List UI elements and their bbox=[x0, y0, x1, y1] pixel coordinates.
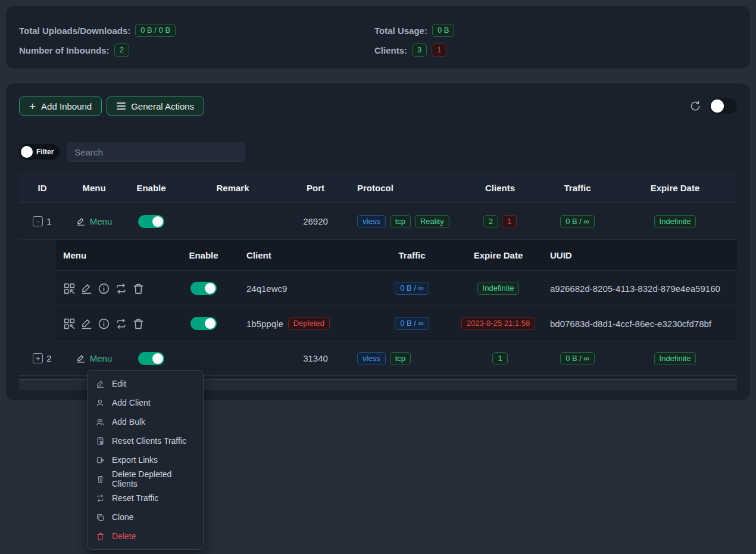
inbound-1-enable-cell bbox=[123, 215, 180, 228]
stats-right-column: Total Usage: 0 B Clients: 3 1 bbox=[374, 24, 737, 69]
clients-depleted-count: 1 bbox=[432, 43, 446, 57]
inbound-2-protocol-cell: vless tcp bbox=[345, 352, 458, 365]
menu-item-edit[interactable]: Edit bbox=[88, 374, 203, 393]
edit-pencil-icon[interactable] bbox=[80, 318, 93, 330]
client-2-uuid: bd07683d-d8d1-4ccf-86ec-e3230cfd78bf bbox=[543, 319, 750, 329]
protocol-tag-vless: vless bbox=[357, 352, 386, 365]
inbound-1-clients-depleted: 1 bbox=[502, 215, 517, 228]
total-usage: Total Usage: 0 B bbox=[374, 24, 737, 37]
inbound-1-menu-cell: Menu bbox=[65, 216, 123, 226]
menu-item-label: Reset Traffic bbox=[112, 493, 158, 503]
client-2-enable-toggle[interactable] bbox=[190, 317, 217, 330]
qr-code-icon[interactable] bbox=[63, 282, 76, 295]
stats-left-column: Total Uploads/Downloads: 0 B / 0 B Numbe… bbox=[19, 24, 374, 69]
client-1-enable-toggle[interactable] bbox=[190, 282, 217, 295]
inbound-2-menu-link[interactable]: Menu bbox=[76, 353, 113, 363]
menu-item-delete-depleted-clients[interactable]: Delete Depleted Clients bbox=[88, 469, 203, 488]
menu-item-add-client[interactable]: Add Client bbox=[88, 393, 203, 412]
menu-item-delete[interactable]: Delete bbox=[88, 527, 203, 546]
inbounds-card: + Add Inbound General Actions Filter ID … bbox=[6, 83, 750, 400]
menu-item-label: Add Client bbox=[112, 398, 151, 407]
trash-icon[interactable] bbox=[132, 282, 145, 295]
inbound-2-traffic-cell: 0 B / ∞ bbox=[542, 352, 613, 365]
inbound-1-port: 26920 bbox=[286, 216, 345, 226]
client-1-uuid: a926682d-8205-4113-832d-879e4ea59160 bbox=[543, 284, 750, 294]
menu-item-reset-clients-traffic[interactable]: Reset Clients Traffic bbox=[88, 431, 203, 450]
edit-pencil-icon bbox=[96, 379, 105, 388]
expand-row-button[interactable]: + bbox=[33, 353, 43, 363]
inbound-2-id: 2 bbox=[46, 353, 51, 363]
client-header-traffic: Traffic bbox=[370, 250, 454, 260]
info-circle-icon[interactable] bbox=[98, 282, 110, 295]
total-usage-value: 0 B bbox=[432, 24, 455, 37]
reset-traffic-icon[interactable] bbox=[115, 282, 127, 295]
menu-item-label: Reset Clients Traffic bbox=[112, 436, 186, 446]
number-of-inbounds-value: 2 bbox=[114, 43, 129, 57]
info-circle-icon[interactable] bbox=[98, 318, 110, 330]
client-row-1: 24q1ewc9 0 B / ∞ Indefinite a926682d-820… bbox=[56, 271, 737, 306]
client-2-expire: 2023-8-25 21:1:58 bbox=[461, 317, 535, 330]
total-uploads-downloads-value: 0 B / 0 B bbox=[135, 24, 176, 37]
trash-users-icon bbox=[96, 475, 105, 484]
filter-toggle-knob bbox=[21, 146, 33, 158]
header-protocol: Protocol bbox=[345, 183, 458, 193]
client-2-name-cell: 1b5ppqle Depleted bbox=[239, 317, 370, 330]
inbound-1-enable-toggle[interactable] bbox=[138, 215, 164, 228]
inbound-1-protocol-cell: vless tcp Reality bbox=[345, 215, 458, 228]
client-1-expire-cell: Indefinite bbox=[454, 282, 543, 295]
protocol-tag-vless: vless bbox=[357, 215, 386, 228]
inbound-2-expire-cell: Indefinite bbox=[613, 352, 737, 365]
inbounds-table: ID Menu Enable Remark Port Protocol Clie… bbox=[19, 173, 737, 390]
client-1-traffic-cell: 0 B / ∞ bbox=[370, 282, 454, 295]
inbound-2-enable-toggle[interactable] bbox=[138, 352, 164, 365]
collapse-row-button[interactable]: - bbox=[33, 216, 43, 226]
client-header-enable: Enable bbox=[168, 250, 239, 260]
general-actions-button[interactable]: General Actions bbox=[107, 97, 204, 116]
clients-stat: Clients: 3 1 bbox=[374, 43, 737, 57]
client-2-enable-cell bbox=[168, 317, 239, 330]
menu-item-reset-traffic[interactable]: Reset Traffic bbox=[88, 488, 203, 508]
export-icon bbox=[96, 456, 105, 465]
menu-item-label: Edit bbox=[112, 379, 126, 388]
protocol-tag-tcp: tcp bbox=[390, 215, 411, 228]
client-1-enable-cell bbox=[168, 282, 239, 295]
add-inbound-button[interactable]: + Add Inbound bbox=[19, 97, 102, 116]
edit-pencil-icon[interactable] bbox=[80, 282, 93, 295]
plus-icon: + bbox=[29, 101, 36, 112]
inbound-2-id-cell: + 2 bbox=[19, 353, 65, 363]
menu-item-export-links[interactable]: Export Links bbox=[88, 450, 203, 469]
inbound-context-menu: Edit Add Client Add Bulk Reset Clients T… bbox=[87, 370, 204, 550]
client-1-actions bbox=[56, 282, 168, 295]
edit-pencil-icon bbox=[76, 217, 86, 226]
menu-item-add-bulk[interactable]: Add Bulk bbox=[88, 412, 203, 431]
inbound-1-id: 1 bbox=[46, 216, 51, 226]
inbound-1-menu-link[interactable]: Menu bbox=[76, 216, 113, 226]
header-id: ID bbox=[19, 183, 65, 193]
inbound-row-1: - 1 Menu 26920 vless tcp Reality bbox=[19, 203, 737, 240]
client-2-depleted-badge: Depleted bbox=[288, 317, 330, 330]
trash-icon[interactable] bbox=[132, 318, 145, 330]
header-clients: Clients bbox=[458, 183, 542, 193]
menu-item-clone[interactable]: Clone bbox=[88, 508, 203, 527]
search-input[interactable] bbox=[67, 142, 245, 162]
total-uploads-downloads-label: Total Uploads/Downloads: bbox=[19, 26, 130, 36]
inbound-2-enable-cell bbox=[123, 352, 180, 365]
inbound-1-traffic-cell: 0 B / ∞ bbox=[542, 215, 613, 228]
refresh-icon[interactable] bbox=[689, 100, 701, 112]
user-add-icon bbox=[96, 399, 105, 407]
client-table: Menu Enable Client Traffic Expire Date U… bbox=[56, 240, 737, 341]
reset-traffic-icon[interactable] bbox=[115, 318, 127, 330]
qr-code-icon[interactable] bbox=[63, 318, 76, 330]
inbound-2-port: 31340 bbox=[286, 353, 345, 363]
client-header-menu: Menu bbox=[56, 250, 168, 260]
header-port: Port bbox=[286, 183, 345, 193]
menu-item-label: Delete bbox=[112, 531, 136, 541]
inbound-1-traffic: 0 B / ∞ bbox=[560, 215, 595, 228]
dark-mode-toggle[interactable] bbox=[710, 98, 737, 114]
filter-toggle[interactable]: Filter bbox=[19, 144, 60, 160]
client-row-2: 1b5ppqle Depleted 0 B / ∞ 2023-8-25 21:1… bbox=[56, 306, 737, 341]
clients-active-count: 3 bbox=[412, 43, 427, 57]
users-add-icon bbox=[96, 418, 105, 427]
inbound-2-expire: Indefinite bbox=[654, 352, 696, 365]
menu-lines-icon bbox=[117, 102, 126, 110]
